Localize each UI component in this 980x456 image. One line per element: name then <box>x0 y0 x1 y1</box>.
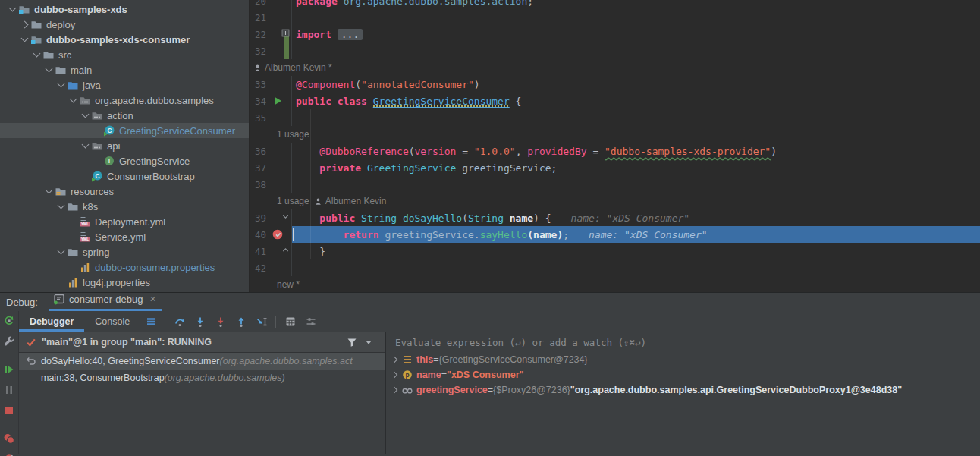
rerun-icon[interactable] <box>3 315 15 327</box>
frame-row[interactable]: main:38, ConsumerBootstrap (org.apache.d… <box>19 370 385 386</box>
chevron-down-icon[interactable] <box>363 336 375 348</box>
variable-row-greetingservice[interactable]: greetingService = {$Proxy26@7236} "org.a… <box>386 382 980 398</box>
editor-gutter[interactable]: 37 <box>250 159 292 176</box>
run-class-icon[interactable] <box>272 95 284 107</box>
editor-gutter[interactable]: 38 <box>250 176 292 193</box>
tree-item-service-yml[interactable]: YMLService.yml <box>0 229 249 244</box>
step-into-icon[interactable] <box>190 313 210 330</box>
evaluate-expression-icon[interactable] <box>280 313 300 330</box>
editor-gutter[interactable]: 20 <box>250 0 292 9</box>
chevron-expanded-icon[interactable] <box>79 114 91 117</box>
code-text[interactable]: @DubboReference(version = "1.0.0", provi… <box>292 143 980 159</box>
run-to-cursor-icon[interactable] <box>251 313 272 330</box>
stop-icon[interactable] <box>3 404 15 417</box>
tab-console[interactable]: Console <box>84 311 140 332</box>
chevron-expanded-icon[interactable] <box>18 38 30 41</box>
tree-item-dubbo-samples-xds[interactable]: dubbo-samples-xds <box>0 2 249 17</box>
editor-gutter[interactable]: 42 <box>250 259 292 276</box>
code-text[interactable]: import ... <box>292 26 980 42</box>
close-icon[interactable]: × <box>149 295 155 303</box>
code-text[interactable]: return greetingService.sayHello(name);na… <box>292 226 980 243</box>
tree-item-greetingservice[interactable]: IGreetingService <box>0 153 249 168</box>
code-text[interactable] <box>292 9 980 26</box>
editor-gutter[interactable]: 40 <box>250 226 292 243</box>
variable-row-this[interactable]: this = {GreetingServiceConsumer@7234} <box>386 352 980 367</box>
chevron-expanded-icon[interactable] <box>79 144 91 147</box>
code-token: . <box>474 229 480 241</box>
chevron-expanded-icon[interactable] <box>55 205 67 208</box>
modify-run-configuration-icon[interactable] <box>3 335 15 348</box>
tree-item-consumerbootstrap[interactable]: CConsumerBootstrap <box>0 168 249 184</box>
show-execution-point-icon[interactable] <box>140 313 161 330</box>
tree-item-deploy[interactable]: deploy <box>0 17 249 32</box>
fold-down-icon[interactable] <box>281 212 291 222</box>
tree-item-resources[interactable]: resources <box>0 184 249 199</box>
code-text[interactable] <box>292 109 980 126</box>
tree-item-dubbo-consumer-properties[interactable]: dubbo-consumer.properties <box>0 259 249 275</box>
editor-gutter[interactable]: 34 <box>250 93 292 109</box>
tree-item-api[interactable]: api <box>0 138 249 153</box>
evaluate-expression-input[interactable]: Evaluate expression (↵) or add a watch (… <box>386 332 980 352</box>
mute-breakpoints-icon[interactable] <box>3 453 15 456</box>
thread-selector[interactable]: "main"@1 in group "main": RUNNING <box>19 332 385 353</box>
code-text[interactable]: public class GreetingServiceConsumer { <box>292 93 980 109</box>
tree-item-java[interactable]: java <box>0 77 249 93</box>
editor-gutter[interactable]: 39 <box>250 209 292 226</box>
tree-item-org-apache-dubbo-samples[interactable]: org.apache.dubbo.samples <box>0 93 249 108</box>
editor-gutter[interactable]: 41 <box>250 243 292 259</box>
code-text[interactable] <box>292 42 980 59</box>
editor-gutter[interactable]: 32 <box>250 42 292 59</box>
chevron-collapsed-icon[interactable] <box>18 22 30 27</box>
tree-item-deployment-yml[interactable]: YMLDeployment.yml <box>0 214 249 229</box>
view-breakpoints-icon[interactable] <box>3 432 15 445</box>
editor-gutter[interactable]: 33 <box>250 76 292 93</box>
code-token: "1.0.0" <box>474 146 516 157</box>
tree-item-greetingserviceconsumer[interactable]: CGreetingServiceConsumer <box>0 123 249 138</box>
step-out-icon[interactable] <box>231 313 251 330</box>
tree-item-dubbo-samples-xds-consumer[interactable]: dubbo-samples-xds-consumer <box>0 32 249 47</box>
line-number: 37 <box>250 162 266 174</box>
chevron-expanded-icon[interactable] <box>42 190 55 193</box>
editor-gutter[interactable]: 35 <box>250 109 292 126</box>
step-over-icon[interactable] <box>169 313 190 330</box>
chevron-expanded-icon[interactable] <box>67 99 79 102</box>
chevron-expanded-icon[interactable] <box>6 8 18 11</box>
force-step-into-icon[interactable] <box>210 313 231 330</box>
tree-item-k8s[interactable]: k8s <box>0 199 249 214</box>
chevron-expanded-icon[interactable] <box>55 83 67 86</box>
code-text[interactable]: public String doSayHello(String name) {n… <box>292 209 980 226</box>
pause-program-icon[interactable] <box>3 384 15 396</box>
fold-plus-icon[interactable] <box>281 28 291 38</box>
code-text[interactable]: package org.apache.dubbo.samples.action; <box>292 0 980 9</box>
chevron-right-icon[interactable] <box>389 357 400 362</box>
breakpoint-icon[interactable] <box>272 228 284 241</box>
tab-debugger[interactable]: Debugger <box>19 311 84 332</box>
resume-program-icon[interactable] <box>3 363 15 376</box>
frame-row[interactable]: doSayHello:40, GreetingServiceConsumer (… <box>19 353 385 370</box>
chevron-right-icon[interactable] <box>389 373 400 377</box>
layout-settings-icon[interactable] <box>300 313 321 330</box>
chevron-right-icon[interactable] <box>389 388 400 392</box>
filter-icon[interactable] <box>346 336 358 348</box>
chevron-expanded-icon[interactable] <box>42 68 55 71</box>
fold-up-icon[interactable] <box>281 245 291 255</box>
tree-item-main[interactable]: main <box>0 62 249 77</box>
code-text[interactable] <box>292 259 980 276</box>
editor-gutter[interactable]: 21 <box>250 9 292 26</box>
tree-item-spring[interactable]: spring <box>0 244 249 259</box>
code-text[interactable]: @Component("annotatedConsumer") <box>292 76 980 93</box>
tree-item-log4j-properties[interactable]: log4j.properties <box>0 275 249 290</box>
editor-gutter[interactable]: 22 <box>250 26 292 42</box>
code-text[interactable]: private GreetingService greetingService; <box>292 159 980 176</box>
code-editor[interactable]: 20package org.apache.dubbo.samples.actio… <box>250 0 980 292</box>
tree-item-src[interactable]: src <box>0 47 249 62</box>
debug-session-tab[interactable]: consumer-debug × <box>49 291 162 311</box>
variable-row-name[interactable]: pname = "xDS Consumer" <box>386 367 980 382</box>
code-text[interactable] <box>292 176 980 193</box>
code-token: package <box>296 0 344 7</box>
code-text[interactable]: } <box>292 243 980 259</box>
editor-gutter[interactable]: 36 <box>250 143 292 159</box>
chevron-expanded-icon[interactable] <box>55 250 67 253</box>
chevron-expanded-icon[interactable] <box>30 53 42 56</box>
tree-item-action[interactable]: action <box>0 108 249 123</box>
